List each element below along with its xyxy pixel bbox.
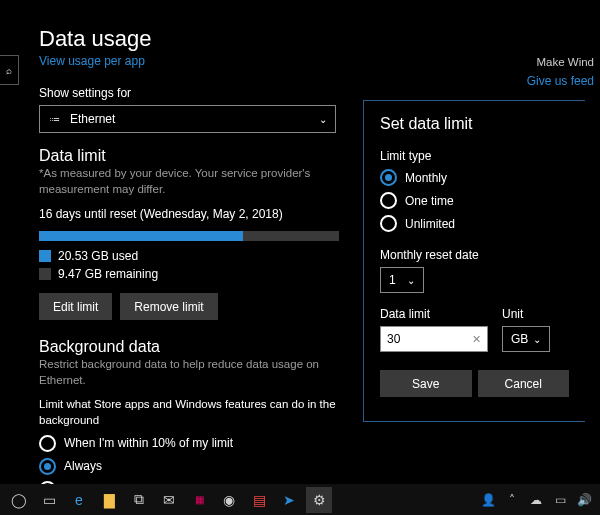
legend-used: 20.53 GB used bbox=[58, 249, 138, 263]
tray-up-icon[interactable]: ˄ bbox=[502, 487, 522, 513]
edge-icon[interactable]: e bbox=[66, 487, 92, 513]
explorer-icon[interactable]: ▇ bbox=[96, 487, 122, 513]
data-limit-note: *As measured by your device. Your servic… bbox=[39, 165, 349, 197]
show-settings-for-label: Show settings for bbox=[39, 86, 600, 100]
background-sub: Limit what Store apps and Windows featur… bbox=[39, 396, 349, 428]
background-desc: Restrict background data to help reduce … bbox=[39, 356, 349, 388]
save-button[interactable]: Save bbox=[380, 370, 472, 397]
network-icon[interactable]: ▭ bbox=[550, 487, 570, 513]
data-limit-input[interactable]: 30 ✕ bbox=[380, 326, 488, 352]
radio-icon bbox=[380, 192, 397, 209]
legend-swatch-remaining bbox=[39, 268, 51, 280]
legend-swatch-used bbox=[39, 250, 51, 262]
todoist-icon[interactable]: ▤ bbox=[246, 487, 272, 513]
radio-icon bbox=[380, 169, 397, 186]
usage-bar bbox=[39, 231, 339, 241]
usage-bar-fill bbox=[39, 231, 243, 241]
radio-label: Monthly bbox=[405, 171, 447, 185]
radio-icon bbox=[380, 215, 397, 232]
legend-remaining: 9.47 GB remaining bbox=[58, 267, 158, 281]
remove-limit-button[interactable]: Remove limit bbox=[120, 293, 217, 320]
radio-label: One time bbox=[405, 194, 454, 208]
settings-icon[interactable]: ⚙ bbox=[306, 487, 332, 513]
search-icon: ⌕ bbox=[6, 65, 12, 76]
onedrive-icon[interactable]: ☁ bbox=[526, 487, 546, 513]
taskbar: ◯ ▭ e ▇ ⧉ ✉ ▦ ◉ ▤ ➤ ⚙ 👤 ˄ ☁ ▭ 🔊 bbox=[0, 484, 600, 515]
mail-icon[interactable]: ✉ bbox=[156, 487, 182, 513]
unit-label: Unit bbox=[502, 307, 550, 321]
bg-option-always[interactable]: Always bbox=[39, 458, 600, 475]
radio-label: Always bbox=[64, 459, 102, 473]
chevron-down-icon: ⌄ bbox=[407, 275, 415, 286]
search-sidebar-icon[interactable]: ⌕ bbox=[0, 55, 19, 85]
chevron-down-icon: ⌄ bbox=[533, 334, 541, 345]
unit-value: GB bbox=[511, 332, 528, 346]
radio-icon bbox=[39, 458, 56, 475]
limit-type-onetime[interactable]: One time bbox=[380, 192, 569, 209]
chevron-down-icon: ⌄ bbox=[319, 114, 327, 125]
edit-limit-button[interactable]: Edit limit bbox=[39, 293, 112, 320]
make-windows-better: Make Wind bbox=[527, 56, 594, 68]
view-usage-link[interactable]: View usage per app bbox=[39, 54, 145, 68]
feedback-link[interactable]: Give us feed bbox=[527, 74, 594, 88]
bg-option-within-10[interactable]: When I'm within 10% of my limit bbox=[39, 435, 600, 452]
limit-type-label: Limit type bbox=[380, 149, 569, 163]
reset-date-select[interactable]: 1 ⌄ bbox=[380, 267, 424, 293]
clear-icon[interactable]: ✕ bbox=[472, 333, 481, 346]
store-icon[interactable]: ⧉ bbox=[126, 487, 152, 513]
telegram-icon[interactable]: ➤ bbox=[276, 487, 302, 513]
reset-date-label: Monthly reset date bbox=[380, 248, 569, 262]
cancel-button[interactable]: Cancel bbox=[478, 370, 570, 397]
page-title: Data usage bbox=[39, 26, 600, 52]
set-data-limit-dialog: Set data limit Limit type Monthly One ti… bbox=[363, 100, 585, 422]
people-icon[interactable]: 👤 bbox=[478, 487, 498, 513]
limit-type-unlimited[interactable]: Unlimited bbox=[380, 215, 569, 232]
radio-label: Unlimited bbox=[405, 217, 455, 231]
ethernet-icon: ⩴ bbox=[48, 112, 62, 126]
data-limit-value: 30 bbox=[387, 332, 400, 346]
limit-type-monthly[interactable]: Monthly bbox=[380, 169, 569, 186]
data-limit-label: Data limit bbox=[380, 307, 488, 321]
task-view-icon[interactable]: ▭ bbox=[36, 487, 62, 513]
dialog-title: Set data limit bbox=[380, 115, 569, 133]
app-icon[interactable]: ▦ bbox=[186, 487, 212, 513]
reset-date-value: 1 bbox=[389, 273, 396, 287]
volume-icon[interactable]: 🔊 bbox=[574, 487, 594, 513]
cortana-icon[interactable]: ◯ bbox=[6, 487, 32, 513]
radio-icon bbox=[39, 435, 56, 452]
right-links: Make Wind Give us feed bbox=[527, 56, 594, 88]
chrome-icon[interactable]: ◉ bbox=[216, 487, 242, 513]
network-select-value: Ethernet bbox=[70, 112, 115, 126]
unit-select[interactable]: GB ⌄ bbox=[502, 326, 550, 352]
radio-label: When I'm within 10% of my limit bbox=[64, 436, 233, 450]
network-select[interactable]: ⩴ Ethernet ⌄ bbox=[39, 105, 336, 133]
